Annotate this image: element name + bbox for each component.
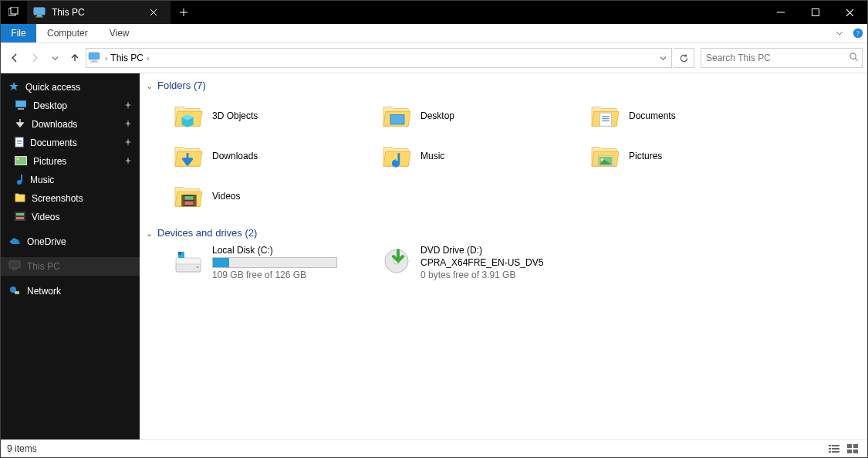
folder-label: 3D Objects [212,110,258,121]
ribbon-expand-button[interactable] [830,24,849,42]
drive-free-text: 0 bytes free of 3.91 GB [420,270,543,280]
sidebar-item-label: Downloads [32,119,77,130]
this-pc-icon [8,260,21,273]
svg-rect-46 [184,202,193,205]
breadcrumb[interactable]: › This PC › [103,53,150,63]
folder-item-pictures[interactable]: Pictures [589,137,797,175]
back-button[interactable] [5,49,24,67]
forward-button[interactable] [25,49,44,67]
svg-rect-63 [853,450,858,453]
ribbon-tab-computer[interactable]: Computer [36,24,99,42]
this-pc-icon [88,52,100,65]
svg-rect-60 [847,444,852,448]
videos-folder-icon [172,180,204,212]
group-header-folders[interactable]: ⌄ Folders (7) [141,78,867,93]
svg-point-51 [197,266,198,268]
folder-item-videos[interactable]: Videos [172,178,380,215]
svg-rect-18 [17,140,22,141]
downloads-folder-icon [172,140,204,172]
tab-close-button[interactable] [143,8,164,16]
details-view-button[interactable] [826,442,843,456]
folder-item-downloads[interactable]: Downloads [172,137,380,175]
svg-rect-3 [35,8,44,14]
svg-rect-43 [182,195,184,206]
sidebar-network[interactable]: Network [1,282,140,300]
svg-point-13 [850,53,856,59]
ribbon-tab-view[interactable]: View [99,24,140,42]
address-history-button[interactable] [656,55,670,62]
group-header-drives[interactable]: ⌄ Devices and drives (2) [141,226,867,240]
sidebar-item-label: Desktop [33,100,67,111]
sidebar-item-music[interactable]: Music [1,171,140,189]
svg-rect-22 [15,157,26,165]
tab-this-pc[interactable]: This PC [27,1,171,24]
address-bar[interactable]: › This PC › [86,48,672,68]
svg-rect-33 [390,115,404,124]
chevron-down-icon: ⌄ [146,229,153,239]
sidebar-item-videos[interactable]: Videos [1,208,140,226]
svg-rect-19 [17,141,22,142]
music-icon [15,174,24,187]
up-button[interactable] [66,49,84,67]
sidebar-quick-access[interactable]: Quick access [1,78,140,97]
navigation-bar: › This PC › [1,43,867,73]
search-icon [849,52,859,64]
svg-rect-44 [194,195,197,206]
drive-volume-label: CPRA_X64FRE_EN-US_DV5 [420,257,543,268]
svg-rect-45 [184,196,193,200]
file-menu[interactable]: File [1,24,36,42]
3d-folder-icon [172,100,204,132]
folder-icon [15,193,25,205]
svg-rect-28 [9,261,20,268]
drive-free-text: 109 GB free of 126 GB [212,270,337,280]
drive-item-local-disk-c-[interactable]: Local Disk (C:)109 GB free of 126 GB [172,245,380,280]
svg-rect-48 [176,258,201,264]
recent-locations-button[interactable] [46,49,64,67]
help-button[interactable]: ? [849,24,867,42]
sidebar-this-pc[interactable]: This PC [1,257,140,276]
breadcrumb-segment[interactable]: This PC [110,53,144,63]
svg-rect-29 [12,269,17,270]
folder-item-documents[interactable]: Documents [589,97,797,134]
sidebar-item-pictures[interactable]: Pictures [1,152,140,171]
sidebar: Quick access DesktopDownloadsDocumentsPi… [1,73,140,439]
svg-rect-55 [832,445,839,446]
svg-rect-27 [16,217,24,219]
search-input[interactable] [704,52,849,64]
refresh-button[interactable] [674,48,694,68]
drive-item-dvd-drive-d-[interactable]: DVD Drive (D:)CPRA_X64FRE_EN-US_DV50 byt… [380,245,589,280]
minimize-button[interactable] [763,1,798,24]
svg-rect-15 [16,101,25,107]
sidebar-item-label: Network [27,286,61,297]
body: Quick access DesktopDownloadsDocumentsPi… [1,73,867,439]
large-icons-view-button[interactable] [844,442,861,456]
group-title: Devices and drives (2) [157,227,257,239]
folder-item-desktop[interactable]: Desktop [380,97,589,134]
sidebar-item-screenshots[interactable]: Screenshots [1,189,140,208]
sidebar-item-desktop[interactable]: Desktop [1,97,140,115]
svg-rect-61 [853,444,858,448]
downloads-icon [15,118,25,131]
sidebar-onedrive[interactable]: OneDrive [1,232,140,251]
close-window-button[interactable] [833,1,867,24]
svg-rect-12 [90,61,98,62]
folder-label: Desktop [420,110,454,121]
drive-usage-bar [212,257,337,268]
titlebar: This PC [1,1,867,24]
svg-rect-6 [812,9,819,16]
pin-icon [124,137,132,148]
pin-icon [124,156,132,167]
folder-item-music[interactable]: Music [380,137,589,175]
svg-rect-62 [847,450,852,453]
sidebar-item-documents[interactable]: Documents [1,134,140,152]
search-box[interactable] [701,48,863,68]
maximize-button[interactable] [798,1,833,24]
new-tab-button[interactable] [171,1,197,24]
svg-rect-10 [90,53,99,59]
network-icon [8,285,21,298]
multitask-icon[interactable] [1,1,27,24]
folder-item-3d-objects[interactable]: 3D Objects [172,97,380,134]
svg-rect-50 [178,252,181,255]
sidebar-item-downloads[interactable]: Downloads [1,115,140,134]
this-pc-icon [33,7,46,18]
